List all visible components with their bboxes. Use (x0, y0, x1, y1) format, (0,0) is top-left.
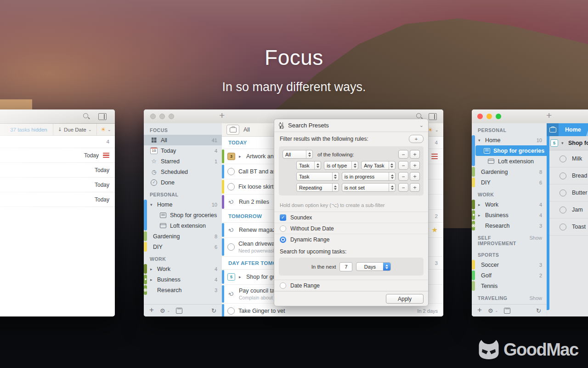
rule-operator-select[interactable]: is not set (342, 183, 396, 192)
sync-icon[interactable]: ↻ (536, 307, 541, 314)
option-dynamic-range[interactable]: Dynamic Range (274, 234, 428, 245)
task-row[interactable]: Jam (547, 201, 588, 218)
task-row[interactable]: Toast (547, 218, 588, 236)
add-rule-button[interactable]: + (410, 150, 420, 159)
task-row[interactable]: Today (0, 178, 115, 192)
sidebar-item-tennis[interactable]: Tennis (472, 281, 547, 291)
sidebar-item-shop-for-groceries[interactable]: Shop for groceries (475, 145, 547, 156)
sidebar-item-scheduled[interactable]: ◷ Scheduled (144, 167, 222, 177)
remove-rule-button[interactable]: − (398, 161, 408, 170)
radio-icon[interactable] (280, 225, 286, 232)
task-checkbox[interactable] (560, 172, 566, 179)
close-button[interactable] (150, 114, 156, 119)
sidebar-toggle-icon[interactable] (429, 113, 437, 120)
task-row[interactable]: Butter (547, 184, 588, 201)
list-type-button[interactable] (226, 125, 239, 135)
sidebar-item-soccer[interactable]: Soccer 3 (472, 259, 547, 270)
remove-rule-button[interactable]: − (398, 183, 408, 192)
option-date-range[interactable]: Date Range (274, 280, 428, 291)
star-icon[interactable]: ★ (432, 226, 438, 234)
task-checkbox[interactable] (227, 243, 235, 251)
task-checkbox[interactable] (560, 207, 566, 213)
disclosure-icon[interactable]: ▸ (478, 213, 482, 218)
sidebar-item-research[interactable]: Research 3 (144, 285, 222, 295)
disclosure-icon[interactable]: ▸ (150, 277, 154, 282)
zoom-button[interactable] (169, 114, 174, 119)
sidebar-item-home[interactable]: ▾ Home 10 (472, 135, 547, 145)
chevron-down-icon[interactable]: ⌄ (435, 127, 439, 132)
task-row[interactable]: Today (0, 192, 115, 207)
sidebar-item-done[interactable]: ✓ Done (144, 177, 222, 188)
remove-rule-button[interactable]: − (398, 150, 408, 159)
chevron-down-icon[interactable]: ⌄ (419, 122, 424, 128)
days-unit-select[interactable]: Days (356, 262, 391, 271)
task-checkbox[interactable] (227, 183, 235, 190)
gear-icon[interactable]: ⚙ (160, 307, 165, 314)
remove-rule-button[interactable]: − (398, 172, 408, 181)
radio-selected-icon[interactable] (280, 236, 286, 243)
sidebar-item-work[interactable]: ▸ Work 4 (144, 264, 222, 274)
sidebar-item-home[interactable]: ▾ Home 10 (144, 199, 222, 210)
sidebar-item-business[interactable]: ▸ Business 4 (144, 274, 222, 285)
option-without-due-date[interactable]: Without Due Date (274, 223, 428, 234)
task-checkbox[interactable] (560, 155, 566, 162)
calendar-icon[interactable] (176, 308, 182, 314)
sidebar-item-shop-for-groceries[interactable]: Shop for groceries (144, 210, 222, 220)
show-link[interactable]: Show (529, 235, 542, 246)
gear-icon[interactable]: ⚙ (488, 307, 493, 314)
search-icon[interactable] (83, 113, 90, 120)
rule-operator-select[interactable]: is of type (324, 161, 358, 170)
sync-icon[interactable]: ↻ (211, 307, 216, 314)
option-soundex[interactable]: ✓ Soundex (274, 212, 428, 223)
project-group-row[interactable]: 5 ▾ Shop for groceries (547, 136, 588, 150)
disclosure-icon[interactable]: ▾ (150, 202, 154, 207)
sidebar-item-gardening[interactable]: Gardening 8 (472, 167, 547, 177)
tasks-hidden-link[interactable]: 37 tasks hidden (10, 127, 47, 132)
task-row[interactable]: Bread (547, 167, 588, 184)
days-value-input[interactable]: 7 (339, 262, 352, 271)
disclosure-icon[interactable]: ▸ (239, 154, 243, 159)
sidebar-toggle-icon[interactable] (98, 113, 107, 120)
repeat-icon[interactable]: ↻ (226, 288, 237, 299)
task-checkbox[interactable] (227, 168, 235, 175)
calendar-icon[interactable] (504, 308, 510, 314)
tab-home[interactable]: Home (559, 126, 588, 133)
rule-field-select[interactable]: Task (296, 172, 339, 181)
add-list-button[interactable]: + (149, 305, 154, 315)
add-task-button[interactable]: + (546, 110, 552, 121)
task-row[interactable]: Today (0, 148, 115, 163)
task-checkbox[interactable] (560, 224, 566, 230)
minimize-button[interactable] (159, 114, 165, 119)
radio-icon[interactable] (280, 282, 286, 289)
close-button[interactable] (477, 114, 483, 119)
zoom-button[interactable] (496, 114, 501, 119)
task-checkbox[interactable] (560, 190, 566, 196)
disclosure-icon[interactable]: ▾ (478, 138, 482, 143)
rule-value-select[interactable]: Any Task (361, 161, 396, 170)
apply-button[interactable]: Apply (386, 294, 424, 304)
sidebar-item-work[interactable]: ▸ Work 4 (472, 199, 547, 210)
rule-operator-select[interactable]: is in progress (342, 172, 396, 181)
match-select[interactable]: All (283, 150, 313, 159)
sidebar-item-today[interactable]: 10 Today 4 (144, 145, 222, 156)
sidebar-item-loft-extension[interactable]: Loft extension (144, 220, 222, 231)
rule-field-select[interactable]: Repeating (296, 183, 339, 192)
repeat-icon[interactable]: ↻ (226, 224, 237, 235)
sidebar-item-golf[interactable]: Golf 2 (472, 270, 547, 281)
disclosure-icon[interactable]: ▸ (478, 202, 482, 207)
task-checkbox[interactable] (227, 307, 235, 315)
add-rule-button[interactable]: + (410, 172, 420, 181)
add-rule-group-button[interactable]: + (409, 135, 424, 143)
sidebar-item-business[interactable]: ▸ Business 4 (472, 210, 547, 220)
add-list-button[interactable]: + (477, 305, 482, 315)
task-row[interactable]: Milk (547, 150, 588, 167)
disclosure-icon[interactable]: ▾ (561, 141, 565, 145)
view-options-button[interactable]: ☀ ⌄ (97, 126, 115, 133)
add-rule-button[interactable]: + (410, 161, 420, 170)
sidebar-item-all[interactable]: All 41 (144, 135, 222, 145)
sidebar-item-diy[interactable]: DIY 6 (144, 242, 222, 252)
minimize-button[interactable] (486, 114, 492, 119)
task-row[interactable]: Today (0, 163, 115, 178)
repeat-icon[interactable]: ↻ (226, 196, 237, 207)
disclosure-icon[interactable]: ▸ (239, 275, 243, 279)
